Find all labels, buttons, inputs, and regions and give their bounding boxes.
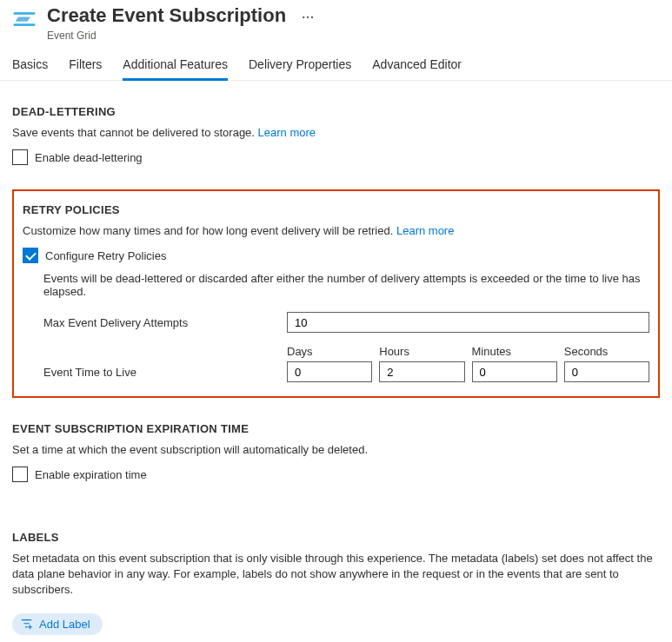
expiration-desc: Set a time at which the event subscripti… [12,442,660,458]
ttl-seconds-input[interactable] [564,361,649,382]
page-header: Create Event Subscription ··· Event Grid [0,0,672,42]
tab-advanced-editor[interactable]: Advanced Editor [372,57,462,81]
max-attempts-label: Max Event Delivery Attempts [43,316,287,329]
dead-lettering-section: DEAD-LETTERING Save events that cannot b… [12,105,660,165]
enable-expiration-label: Enable expiration time [35,468,147,481]
svg-rect-1 [14,23,36,26]
ttl-minutes-input[interactable] [472,361,557,382]
expiration-section: EVENT SUBSCRIPTION EXPIRATION TIME Set a… [12,422,660,482]
retry-policies-desc: Customize how many times and for how lon… [23,223,649,239]
ttl-hours-input[interactable] [379,361,464,382]
tab-bar: Basics Filters Additional Features Deliv… [0,42,672,81]
dead-lettering-title: DEAD-LETTERING [12,105,660,118]
event-grid-icon [12,7,37,31]
more-icon[interactable]: ··· [302,10,315,24]
tab-additional-features[interactable]: Additional Features [123,57,228,81]
retry-note: Events will be dead-lettered or discarde… [43,272,649,298]
tab-delivery-properties[interactable]: Delivery Properties [249,57,351,81]
retry-policies-section: RETRY POLICIES Customize how many times … [12,189,660,398]
ttl-label: Event Time to Live [43,366,287,382]
dead-lettering-desc: Save events that cannot be delivered to … [12,125,660,141]
svg-rect-0 [14,12,36,15]
add-label-button[interactable]: Add Label [12,613,103,635]
enable-expiration-checkbox[interactable] [12,467,28,482]
retry-learn-more-link[interactable]: Learn more [396,224,454,237]
ttl-days-input[interactable] [287,361,372,382]
labels-section: LABELS Set metadata on this event subscr… [12,531,660,635]
labels-title: LABELS [12,531,660,544]
page-subtitle: Event Grid [47,30,315,42]
tab-filters[interactable]: Filters [69,57,102,81]
configure-retry-checkbox[interactable] [23,248,38,263]
tab-basics[interactable]: Basics [12,57,48,81]
expiration-title: EVENT SUBSCRIPTION EXPIRATION TIME [12,422,660,435]
retry-policies-title: RETRY POLICIES [23,203,649,216]
ttl-hours-label: Hours [379,345,464,358]
labels-desc: Set metadata on this event subscription … [12,551,660,598]
configure-retry-label: Configure Retry Policies [45,249,166,262]
add-filter-icon [21,619,32,630]
ttl-seconds-label: Seconds [564,345,649,358]
max-attempts-input[interactable] [287,312,649,333]
enable-dead-lettering-checkbox[interactable] [12,149,28,165]
ttl-days-label: Days [287,345,372,358]
page-title: Create Event Subscription ··· [47,3,315,30]
ttl-minutes-label: Minutes [472,345,557,358]
enable-dead-lettering-label: Enable dead-lettering [35,151,143,164]
dead-lettering-learn-more-link[interactable]: Learn more [258,126,316,139]
